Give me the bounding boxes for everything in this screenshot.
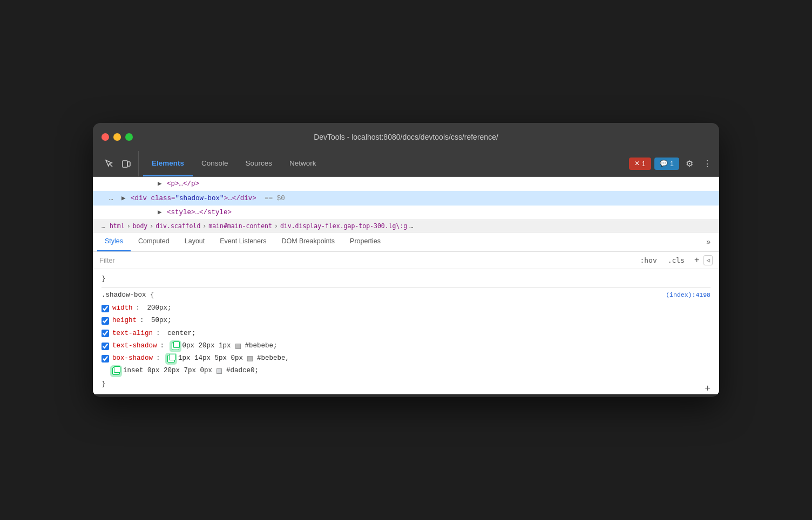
section-divider xyxy=(102,287,710,288)
css-prop-value[interactable]: #dadce0; xyxy=(226,365,259,377)
copy-icon[interactable] xyxy=(167,355,175,362)
add-rule-button[interactable]: + xyxy=(705,381,710,398)
inspect-icon[interactable] xyxy=(102,156,117,171)
device-icon[interactable] xyxy=(119,156,134,171)
breadcrumb-main[interactable]: main#main-content xyxy=(208,222,272,230)
devtools-icon-group xyxy=(97,151,139,176)
tab-event-listeners[interactable]: Event Listeners xyxy=(212,232,274,251)
close-button[interactable] xyxy=(102,133,109,141)
copy-icon[interactable] xyxy=(172,343,179,350)
css-close-brace: } + xyxy=(102,379,710,390)
css-property-width: width : 200px; xyxy=(102,302,710,314)
tab-styles[interactable]: Styles xyxy=(97,232,131,251)
breadcrumb-dots: … xyxy=(102,222,105,230)
breadcrumb-body[interactable]: body xyxy=(133,222,148,230)
more-options-icon[interactable]: ⋮ xyxy=(700,156,715,171)
css-property-checkbox[interactable] xyxy=(102,305,109,312)
css-prop-name[interactable]: box-shadow xyxy=(112,353,153,364)
breadcrumb-div-flex[interactable]: div.display-flex.gap-top-300.lg\:g xyxy=(280,222,407,230)
css-prop-name[interactable]: height xyxy=(112,315,137,326)
css-prop-value[interactable]: 50px; xyxy=(151,315,172,326)
css-brace: } xyxy=(102,380,106,388)
css-rule-header: .shadow-box { (index):4198 xyxy=(102,290,710,301)
settings-icon[interactable]: ⚙ xyxy=(682,156,696,171)
add-style-button[interactable]: + xyxy=(694,255,699,265)
tab-layout[interactable]: Layout xyxy=(177,232,213,251)
css-property-checkbox[interactable] xyxy=(102,317,109,325)
breadcrumb: … html › body › div.scaffold › main#main… xyxy=(93,220,719,232)
color-swatch[interactable] xyxy=(247,356,253,361)
devtools-body: ▶ <p>…</p> … ▶ <div class="shadow-box">…… xyxy=(93,177,719,394)
css-colon: : xyxy=(156,353,164,364)
minimize-button[interactable] xyxy=(113,133,121,141)
tab-network[interactable]: Network xyxy=(281,151,325,176)
css-property-checkbox[interactable] xyxy=(102,355,109,362)
css-prop-value[interactable]: 1px 14px 5px 0px xyxy=(178,353,243,364)
tree-ellipsis: … xyxy=(109,194,113,202)
tab-sources[interactable]: Sources xyxy=(237,151,281,176)
info-badge[interactable]: 💬 1 xyxy=(654,158,679,170)
css-property-checkbox[interactable] xyxy=(102,343,109,350)
breadcrumb-html[interactable]: html xyxy=(110,222,125,230)
color-swatch[interactable] xyxy=(216,368,222,374)
copy-icon[interactable] xyxy=(112,367,120,375)
more-tabs-icon[interactable]: » xyxy=(702,232,715,251)
css-property-box-shadow: box-shadow : 1px 14px 5px 0px #bebebe, xyxy=(102,352,710,365)
svg-rect-1 xyxy=(123,161,127,167)
error-badge[interactable]: ✕ 1 xyxy=(629,158,651,170)
filter-expand-button[interactable]: ◁ xyxy=(703,255,713,265)
tab-console[interactable]: Console xyxy=(193,151,237,176)
tree-tag: <div class="shadow-box">…</div> xyxy=(131,195,256,202)
css-colon: : xyxy=(160,340,168,352)
tab-properties[interactable]: Properties xyxy=(342,232,388,251)
css-prop-name[interactable]: text-align xyxy=(112,328,153,339)
breadcrumb-sep: › xyxy=(150,222,153,230)
css-prop-value[interactable]: 200px; xyxy=(147,303,172,314)
maximize-button[interactable] xyxy=(125,133,133,141)
color-swatch[interactable] xyxy=(235,344,241,349)
css-prop-value[interactable]: 0px 20px 1px xyxy=(182,340,231,352)
info-count: 1 xyxy=(670,160,674,168)
breadcrumb-sep: › xyxy=(274,222,278,230)
devtools-window: DevTools - localhost:8080/docs/devtools/… xyxy=(93,123,719,398)
tree-tag: <p>…</p> xyxy=(167,180,199,188)
devtools-right-controls: ✕ 1 💬 1 ⚙ ⋮ xyxy=(629,151,715,176)
css-property-checkbox[interactable] xyxy=(102,330,109,337)
filter-input[interactable] xyxy=(99,256,637,264)
styles-panel: } .shadow-box { (index):4198 width : 200… xyxy=(93,269,719,394)
hov-button[interactable]: :hov xyxy=(637,255,660,265)
css-prop-value[interactable]: #bebebe; xyxy=(245,340,278,352)
css-prop-value[interactable]: center; xyxy=(167,328,196,339)
breadcrumb-div-scaffold[interactable]: div.scaffold xyxy=(155,222,200,230)
traffic-lights xyxy=(102,133,133,141)
arrow-icon: ▶ xyxy=(121,195,126,202)
tab-elements[interactable]: Elements xyxy=(143,151,193,176)
css-colon: : xyxy=(140,315,148,326)
svg-rect-2 xyxy=(127,162,130,166)
tab-computed[interactable]: Computed xyxy=(131,232,177,251)
css-prop-name[interactable]: width xyxy=(112,303,133,314)
css-source-link[interactable]: (index):4198 xyxy=(666,290,710,300)
svg-line-0 xyxy=(110,164,112,167)
breadcrumb-sep: › xyxy=(127,222,131,230)
error-count: 1 xyxy=(642,160,646,168)
css-prop-value[interactable]: inset 0px 20px 7px 0px xyxy=(123,365,212,377)
window-title: DevTools - localhost:8080/docs/devtools/… xyxy=(314,133,498,141)
css-close-brace-prev: } xyxy=(102,273,710,285)
css-prop-name[interactable]: text-shadow xyxy=(112,340,157,352)
tree-row[interactable]: ▶ <p>…</p> xyxy=(93,177,719,191)
tab-dom-breakpoints[interactable]: DOM Breakpoints xyxy=(274,232,342,251)
cls-button[interactable]: .cls xyxy=(665,255,688,265)
css-property-box-shadow-inset: inset 0px 20px 7px 0px #dadce0; xyxy=(102,365,710,377)
css-prop-value[interactable]: #bebebe, xyxy=(257,353,289,364)
css-brace: } xyxy=(102,275,106,283)
css-selector[interactable]: .shadow-box { xyxy=(102,291,154,299)
tree-row-selected[interactable]: … ▶ <div class="shadow-box">…</div> == $… xyxy=(93,191,719,206)
dom-dollar: == $0 xyxy=(265,195,285,202)
tree-row[interactable]: ▶ <style>…</style> xyxy=(93,206,719,220)
breadcrumb-end-ellipsis: … xyxy=(409,222,413,230)
css-property-height: height : 50px; xyxy=(102,314,710,327)
css-property-text-align: text-align : center; xyxy=(102,327,710,340)
filter-bar: :hov .cls + ◁ xyxy=(93,252,719,269)
error-icon: ✕ xyxy=(634,160,640,167)
